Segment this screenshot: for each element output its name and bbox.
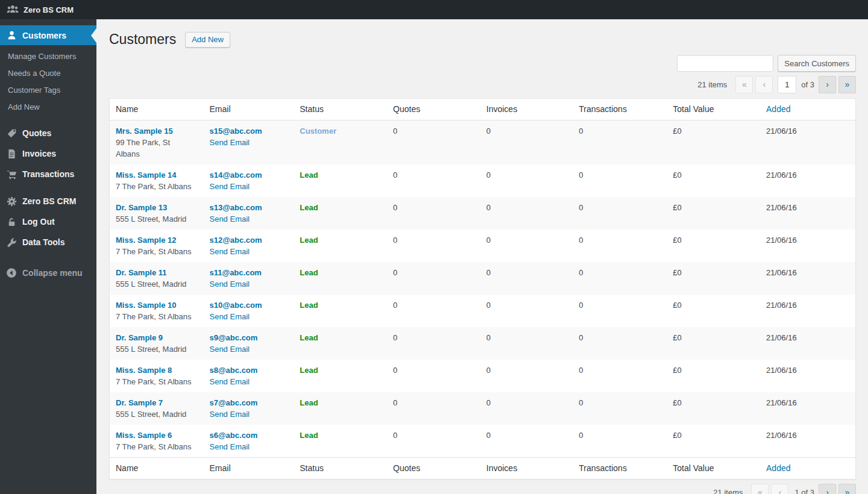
sidebar-submenu-item-manage-customers[interactable]: Manage Customers bbox=[0, 48, 96, 65]
send-email-link[interactable]: Send Email bbox=[209, 246, 249, 257]
quotes-count: 0 bbox=[387, 425, 480, 458]
send-email-wrap: Send Email bbox=[209, 441, 288, 452]
prev-page-button[interactable]: ‹ bbox=[755, 76, 773, 93]
customer-name-link[interactable]: Miss. Sample 10 bbox=[116, 301, 176, 310]
customers-table-head: NameEmailStatusQuotesInvoicesTransaction… bbox=[110, 99, 856, 120]
customer-email-link[interactable]: s13@abc.com bbox=[209, 202, 262, 213]
sidebar-item-zero-bs-crm[interactable]: Zero BS CRM bbox=[0, 191, 96, 211]
customer-name-link[interactable]: Miss. Sample 12 bbox=[116, 236, 176, 245]
sidebar-submenu-item-needs-a-quote[interactable]: Needs a Quote bbox=[0, 65, 96, 82]
customer-email-link[interactable]: s15@abc.com bbox=[209, 125, 262, 137]
customer-address: 555 L Street, Madrid bbox=[116, 213, 197, 225]
items-count: 21 items bbox=[713, 488, 743, 494]
transactions-count: 0 bbox=[573, 360, 667, 392]
customer-email-link[interactable]: s6@abc.com bbox=[209, 430, 257, 441]
total-value: £0 bbox=[667, 197, 760, 230]
column-header-name: Name bbox=[110, 99, 204, 120]
quotes-count: 0 bbox=[387, 164, 480, 197]
current-page-input[interactable] bbox=[778, 76, 796, 93]
search-input[interactable] bbox=[677, 55, 773, 72]
total-pages-label: of 3 bbox=[801, 80, 814, 89]
send-email-link[interactable]: Send Email bbox=[209, 311, 249, 322]
email-cell: s13@abc.comSend Email bbox=[203, 197, 294, 230]
sidebar-menu: Customers Manage CustomersNeeds a QuoteC… bbox=[0, 19, 96, 494]
customer-email: s14@abc.com bbox=[209, 169, 288, 181]
column-header-added[interactable]: Added bbox=[760, 99, 855, 120]
sidebar-item-log-out[interactable]: Log Out bbox=[0, 211, 96, 232]
first-page-button[interactable]: « bbox=[751, 484, 769, 494]
send-email-link[interactable]: Send Email bbox=[209, 213, 249, 225]
sidebar-submenu-item-customer-tags[interactable]: Customer Tags bbox=[0, 82, 96, 99]
search-customers-button[interactable]: Search Customers bbox=[778, 55, 856, 72]
next-page-button[interactable]: › bbox=[819, 484, 836, 494]
customer-name-link[interactable]: Miss. Sample 6 bbox=[116, 431, 172, 440]
column-header-quotes: Quotes bbox=[387, 99, 480, 120]
send-email-link[interactable]: Send Email bbox=[209, 441, 249, 452]
customer-name-link[interactable]: Dr. Sample 7 bbox=[116, 398, 163, 407]
gear-icon bbox=[5, 195, 18, 207]
admin-bar-site-item[interactable]: Zero BS CRM bbox=[7, 0, 74, 19]
total-value: £0 bbox=[667, 360, 760, 392]
customer-name-link[interactable]: Dr. Sample 13 bbox=[116, 203, 167, 212]
added-date: 21/06/16 bbox=[760, 425, 855, 458]
sidebar-item-invoices[interactable]: Invoices bbox=[0, 143, 96, 164]
total-value: £0 bbox=[667, 327, 760, 360]
crm-group-logo-icon bbox=[7, 4, 19, 16]
invoices-count: 0 bbox=[480, 327, 573, 360]
add-new-button[interactable]: Add New bbox=[185, 32, 230, 48]
column-header-status: Status bbox=[294, 99, 387, 120]
sidebar-item-customers[interactable]: Customers bbox=[0, 25, 96, 45]
prev-page-button[interactable]: ‹ bbox=[771, 484, 788, 494]
customer-email-link[interactable]: s11@abc.com bbox=[209, 267, 261, 278]
customer-email-link[interactable]: s12@abc.com bbox=[209, 234, 262, 246]
admin-bar: Zero BS CRM bbox=[0, 0, 868, 19]
added-date: 21/06/16 bbox=[760, 392, 855, 425]
name-cell: Dr. Sample 7555 L Street, Madrid bbox=[110, 392, 204, 425]
wrench-icon bbox=[5, 236, 18, 248]
customer-email: s10@abc.com bbox=[209, 299, 288, 311]
invoices-count: 0 bbox=[480, 164, 573, 197]
quotes-count: 0 bbox=[387, 120, 480, 165]
send-email-link[interactable]: Send Email bbox=[209, 137, 249, 148]
admin-bar-site-name: Zero BS CRM bbox=[24, 5, 74, 14]
last-page-button[interactable]: » bbox=[838, 484, 856, 494]
sidebar-item-transactions[interactable]: Transactions bbox=[0, 164, 96, 184]
customer-email-link[interactable]: s10@abc.com bbox=[209, 299, 262, 311]
customer-name-link[interactable]: Miss. Sample 8 bbox=[116, 366, 172, 375]
customer-email-link[interactable]: s8@abc.com bbox=[209, 364, 257, 376]
sidebar-item-label: Transactions bbox=[22, 169, 74, 179]
sidebar-item-quotes[interactable]: Quotes bbox=[0, 123, 96, 143]
customer-email-link[interactable]: s9@abc.com bbox=[209, 332, 257, 343]
send-email-link[interactable]: Send Email bbox=[209, 343, 249, 355]
customer-email-link[interactable]: s14@abc.com bbox=[209, 169, 262, 181]
total-value: £0 bbox=[667, 262, 760, 295]
email-cell: s15@abc.comSend Email bbox=[203, 120, 294, 165]
last-page-button[interactable]: » bbox=[838, 76, 856, 93]
status-cell: Lead bbox=[294, 327, 387, 360]
customer-name-link[interactable]: Mrs. Sample 15 bbox=[116, 127, 173, 136]
transactions-count: 0 bbox=[573, 197, 667, 230]
customer-name-link[interactable]: Dr. Sample 9 bbox=[116, 333, 163, 342]
sidebar-submenu-item-add-new[interactable]: Add New bbox=[0, 99, 96, 116]
next-page-button[interactable]: › bbox=[819, 76, 836, 93]
added-date: 21/06/16 bbox=[760, 230, 855, 262]
send-email-wrap: Send Email bbox=[209, 137, 288, 148]
sidebar-item-collapse-menu[interactable]: Collapse menu bbox=[0, 263, 96, 283]
customer-name-link[interactable]: Dr. Sample 11 bbox=[116, 268, 167, 277]
send-email-link[interactable]: Send Email bbox=[209, 181, 249, 192]
sidebar-item-data-tools[interactable]: Data Tools bbox=[0, 232, 96, 252]
table-row: Miss. Sample 147 The Park, St Albanss14@… bbox=[110, 164, 856, 197]
column-header-added[interactable]: Added bbox=[760, 458, 855, 480]
send-email-link[interactable]: Send Email bbox=[209, 408, 249, 420]
send-email-link[interactable]: Send Email bbox=[209, 376, 249, 387]
send-email-link[interactable]: Send Email bbox=[209, 278, 249, 290]
name-cell: Dr. Sample 13555 L Street, Madrid bbox=[110, 197, 204, 230]
email-cell: s7@abc.comSend Email bbox=[203, 392, 294, 425]
quotes-count: 0 bbox=[387, 230, 480, 262]
lock-icon bbox=[5, 216, 18, 228]
customer-email-link[interactable]: s7@abc.com bbox=[209, 397, 257, 408]
customer-name-link[interactable]: Miss. Sample 14 bbox=[116, 170, 176, 180]
column-header-invoices: Invoices bbox=[480, 458, 573, 480]
transactions-count: 0 bbox=[573, 262, 667, 295]
first-page-button[interactable]: « bbox=[735, 76, 753, 93]
